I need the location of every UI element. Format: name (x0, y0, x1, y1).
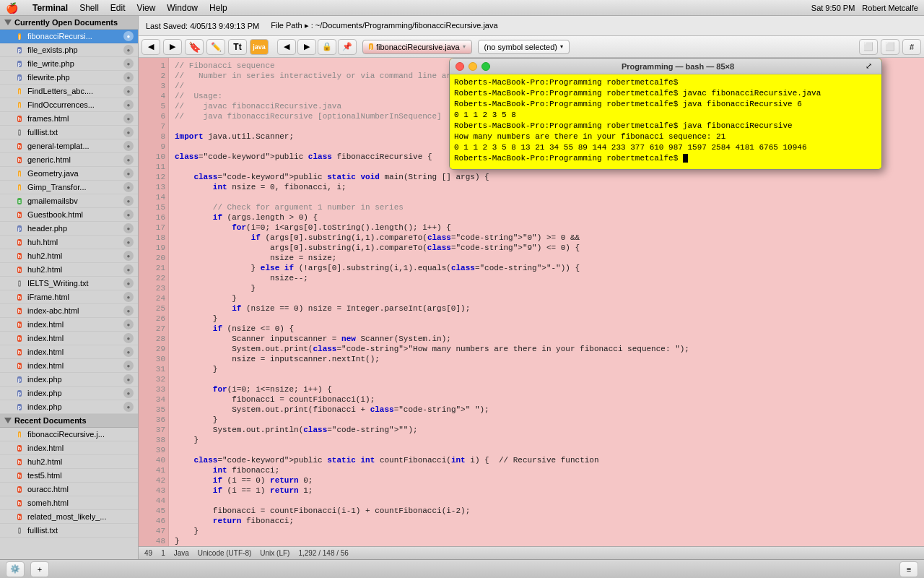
sidebar-open-file[interactable]: h index.html ● (0, 318, 138, 332)
sidebar-recent-file[interactable]: h related_most_likely_... (0, 510, 138, 524)
file-close-btn[interactable]: ● (123, 237, 134, 247)
sidebar-open-file[interactable]: h general-templat... ● (0, 139, 138, 153)
file-close-btn[interactable]: ● (123, 374, 134, 384)
sidebar-open-file[interactable]: h frames.html ● (0, 112, 138, 126)
tab-next-btn[interactable]: ▶ (297, 39, 316, 55)
terminal-resize[interactable]: ⤢ (866, 61, 876, 72)
file-close-btn[interactable]: ● (123, 113, 134, 124)
sidebar-recent-file[interactable]: h huh2.html (0, 455, 138, 469)
file-close-btn[interactable]: ● (123, 141, 134, 151)
symbol-selector[interactable]: (no symbol selected) ▾ (478, 40, 570, 54)
menu-shell[interactable]: Shell (74, 3, 105, 13)
file-close-btn[interactable]: ● (123, 278, 134, 288)
sidebar-open-file[interactable]: p index.php ● (0, 400, 138, 414)
file-close-btn[interactable]: ● (123, 333, 134, 343)
filename-tab[interactable]: j fibonacciRecursive.java ▾ (362, 40, 472, 54)
sidebar-recent-file[interactable]: t fulllist.txt (0, 524, 138, 538)
sidebar-open-file[interactable]: h index.html ● (0, 332, 138, 345)
sidebar-open-file[interactable]: h iFrame.html ● (0, 290, 138, 304)
file-close-btn[interactable]: ● (123, 347, 134, 357)
minimize-button[interactable] (468, 62, 477, 71)
file-name: fibonacciRecursi... (27, 32, 123, 40)
sidebar-open-file[interactable]: h index.html ● (0, 345, 138, 359)
file-close-btn[interactable]: ● (123, 292, 134, 302)
file-close-btn[interactable]: ● (123, 168, 134, 178)
menu-edit[interactable]: Edit (105, 3, 131, 13)
sidebar-section-recent[interactable]: Recent Documents (0, 414, 138, 428)
menu-window[interactable]: Window (161, 3, 204, 13)
tab-filename: fibonacciRecursive.java (376, 43, 460, 51)
sidebar-section-open[interactable]: Currently Open Documents (0, 16, 138, 30)
menu-view[interactable]: View (131, 3, 162, 13)
sidebar-recent-file[interactable]: h index.html (0, 441, 138, 455)
maximize-button[interactable] (481, 62, 490, 71)
sidebar-recent-file[interactable]: h test5.html (0, 469, 138, 483)
sidebar-open-file[interactable]: j fibonacciRecursi... ● (0, 30, 138, 43)
apple-menu[interactable]: 🍎 (6, 2, 18, 14)
toolbar-extra3[interactable]: # (902, 39, 921, 55)
sidebar-open-file[interactable]: j Geometry.java ● (0, 167, 138, 181)
sidebar-open-file[interactable]: s gmailemailsbv ● (0, 194, 138, 208)
sidebar-open-file[interactable]: h huh2.html ● (0, 249, 138, 263)
file-close-btn[interactable]: ● (123, 319, 134, 329)
sidebar-open-file[interactable]: p file_write.php ● (0, 57, 138, 71)
file-close-btn[interactable]: ● (123, 361, 134, 371)
sidebar-open-file[interactable]: j FindLetters_abc.... ● (0, 85, 138, 98)
file-close-btn[interactable]: ● (123, 127, 134, 137)
sidebar-open-file[interactable]: j FindOccurrences... ● (0, 98, 138, 112)
sidebar-open-file[interactable]: t fulllist.txt ● (0, 126, 138, 139)
bottom-btn-3[interactable]: ≡ (899, 561, 918, 577)
sidebar-open-file[interactable]: h Guestbook.html ● (0, 208, 138, 222)
file-close-btn[interactable]: ● (123, 100, 134, 110)
file-close-btn[interactable]: ● (123, 182, 134, 192)
toolbar-tt-btn[interactable]: Tt (228, 39, 247, 55)
file-close-btn[interactable]: ● (123, 86, 134, 96)
toolbar-bookmark-btn[interactable]: 🔖 (185, 39, 204, 55)
bottom-btn-2[interactable]: + (30, 561, 49, 577)
toolbar-extra1[interactable]: ⬜ (859, 39, 878, 55)
file-close-btn[interactable]: ● (123, 251, 134, 261)
sidebar-open-file[interactable]: h generic.html ● (0, 153, 138, 167)
sidebar-open-file[interactable]: h index-abc.html ● (0, 304, 138, 318)
tab-pin-btn[interactable]: 📌 (338, 39, 357, 55)
file-close-btn[interactable]: ● (123, 196, 134, 206)
file-close-btn[interactable]: ● (123, 31, 134, 41)
file-close-btn[interactable]: ● (123, 72, 134, 82)
toolbar-pencil-btn[interactable]: ✏️ (206, 39, 225, 55)
sidebar-open-file[interactable]: p filewrite.php ● (0, 71, 138, 85)
file-close-btn[interactable]: ● (123, 59, 134, 69)
sidebar-open-file[interactable]: p header.php ● (0, 222, 138, 236)
menu-terminal[interactable]: Terminal (27, 3, 74, 13)
file-name: fulllist.txt (27, 128, 123, 137)
sidebar-open-file[interactable]: t IELTS_Writing.txt ● (0, 277, 138, 290)
file-close-btn[interactable]: ● (123, 402, 134, 412)
terminal-content[interactable]: Roberts-MacBook-Pro:Programming robertme… (450, 74, 881, 169)
sidebar-open-file[interactable]: h index.html ● (0, 359, 138, 373)
code-editor[interactable]: 1234567891011121314151617181920212223242… (139, 58, 924, 546)
file-close-btn[interactable]: ● (123, 306, 134, 316)
toolbar-fwd-btn[interactable]: ▶ (163, 39, 182, 55)
sidebar-open-file[interactable]: p index.php ● (0, 387, 138, 400)
sidebar-recent-file[interactable]: h someh.html (0, 496, 138, 510)
sidebar-open-file[interactable]: h huh.html ● (0, 236, 138, 249)
close-button[interactable] (456, 62, 464, 71)
menu-help[interactable]: Help (204, 3, 233, 13)
bottom-btn-1[interactable]: ⚙️ (6, 561, 25, 577)
tab-lock-btn[interactable]: 🔒 (318, 39, 336, 55)
file-close-btn[interactable]: ● (123, 223, 134, 233)
sidebar-recent-file[interactable]: j fibonacciRecursive.j... (0, 428, 138, 441)
sidebar-open-file[interactable]: h huh2.html ● (0, 263, 138, 277)
file-close-btn[interactable]: ● (123, 264, 134, 275)
sidebar-open-file[interactable]: p index.php ● (0, 373, 138, 387)
toolbar-java-btn[interactable]: java (250, 39, 269, 55)
file-close-btn[interactable]: ● (123, 45, 134, 55)
file-close-btn[interactable]: ● (123, 155, 134, 165)
sidebar-recent-file[interactable]: h ouracc.html (0, 483, 138, 496)
sidebar-open-file[interactable]: p file_exists.php ● (0, 43, 138, 57)
file-close-btn[interactable]: ● (123, 210, 134, 220)
tab-prev-btn[interactable]: ◀ (277, 39, 296, 55)
file-close-btn[interactable]: ● (123, 388, 134, 398)
toolbar-back-btn[interactable]: ◀ (141, 39, 160, 55)
sidebar-open-file[interactable]: j Gimp_Transfor... ● (0, 181, 138, 194)
toolbar-extra2[interactable]: ⬜ (881, 39, 899, 55)
